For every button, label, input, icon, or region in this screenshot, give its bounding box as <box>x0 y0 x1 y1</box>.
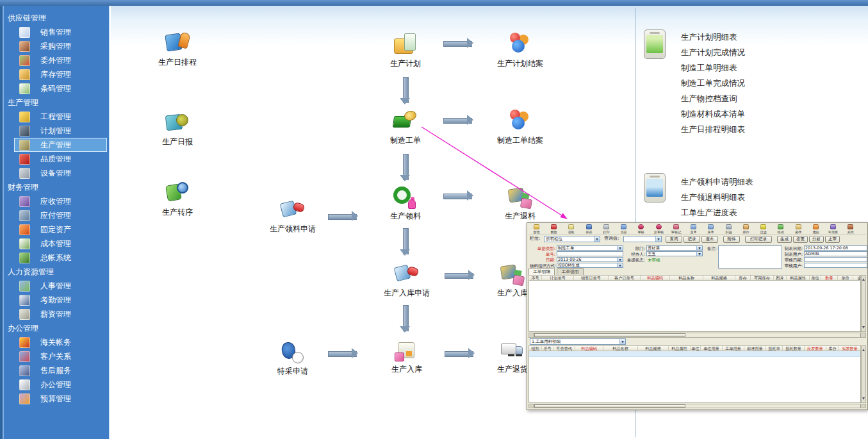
sidebar-item-payable[interactable]: 应付管理 <box>3 208 110 222</box>
flow-node-label: 生产退料 <box>482 211 559 222</box>
sidebar-item-production-selected[interactable]: 生产管理 <box>3 138 110 152</box>
sidebar-item-budget[interactable]: 预算管理 <box>3 392 110 406</box>
flow-node-material-return[interactable]: 生产退料 <box>482 185 559 222</box>
toolbar-compose-button[interactable]: 组成 <box>773 224 789 234</box>
grid2-selected-row[interactable] <box>529 351 860 357</box>
grid2-body[interactable] <box>528 351 861 403</box>
sidebar-item-planning[interactable]: 计划管理 <box>3 124 110 138</box>
flow-node-material-issue[interactable]: 生产领料 <box>367 185 444 222</box>
toolbar-audit-log-button[interactable]: 审核记 <box>668 224 684 234</box>
flow-node-plan-close[interactable]: 生产计划结案 <box>482 32 559 69</box>
toolbar-unaudit-button[interactable]: 反审核 <box>651 224 667 234</box>
toolbar-save-button[interactable]: 保存 <box>581 224 597 234</box>
sidebar-section-finance: 财务管理 <box>3 180 110 194</box>
sidebar-item-quality[interactable]: 品质管理 <box>3 152 110 166</box>
toolbar-quick-query-button[interactable]: 常用查 <box>825 224 841 234</box>
flow-node-label: 特采申请 <box>254 366 331 377</box>
stop-audit-button[interactable]: 止审 <box>825 236 840 243</box>
sidebar-item-customs[interactable]: 海关帐务 <box>3 335 110 349</box>
handler-select[interactable]: 王五 <box>646 251 703 256</box>
grid1-vertical-scrollbar[interactable] <box>861 275 866 332</box>
toolbar-last-button[interactable]: 末单 <box>703 224 719 234</box>
grid1-horizontal-scrollbar[interactable] <box>528 333 866 338</box>
flow-node-production-plan[interactable]: 生产计划 <box>367 32 444 69</box>
sidebar-item-label: 成本管理 <box>40 238 71 249</box>
sidebar-item-fixed-assets[interactable]: 固定资产 <box>3 222 110 236</box>
field-select[interactable]: 所有栏位 <box>544 236 600 242</box>
report-link-day-schedule-detail[interactable]: 生产日排程明细表 <box>681 122 745 137</box>
toolbar-print-button[interactable]: 打印 <box>598 224 614 234</box>
toolbar-new-button[interactable]: 新增 <box>528 224 545 234</box>
toolbar-audit-button[interactable]: 审核 <box>633 224 649 234</box>
sidebar-item-inventory[interactable]: 库存管理 <box>3 67 110 81</box>
report-link-issue-return-detail[interactable]: 生产领退料明细表 <box>681 190 753 205</box>
generate-button[interactable]: 生成 <box>777 236 792 243</box>
date-select[interactable]: 2013-09-26 <box>557 257 623 262</box>
flow-node-material-request[interactable]: 生产领料申请 <box>254 197 331 235</box>
change-button[interactable]: 变更 <box>793 236 808 243</box>
toolbar-save-as-button[interactable]: 另存 <box>616 224 632 234</box>
sidebar-item-cost[interactable]: 成本管理 <box>3 236 110 251</box>
analyze-button[interactable]: 分析 <box>809 236 824 243</box>
sidebar-item-receivable[interactable]: 应收管理 <box>3 194 110 208</box>
report-link-plan-detail[interactable]: 生产计划明细表 <box>681 29 745 45</box>
flow-node-work-order[interactable]: 制造工单 <box>367 109 444 146</box>
flow-node-production-day-schedule[interactable]: 生产日排程 <box>139 31 216 68</box>
grid2-vertical-scrollbar[interactable] <box>861 345 866 403</box>
toolbar-first-button[interactable]: 首单 <box>685 224 701 234</box>
report-link-material-control[interactable]: 生产物控档查询 <box>681 91 745 106</box>
toolbar-close-button[interactable]: 关闭 <box>842 224 858 234</box>
print-log-button[interactable]: 打印记录 <box>745 236 772 243</box>
toolbar-delete-button[interactable]: 删除 <box>546 224 562 234</box>
toolbar-filter-button[interactable]: 过滤 <box>755 224 771 234</box>
sidebar-item-barcode[interactable]: 条码管理 <box>3 81 110 95</box>
report-link-work-order-completion[interactable]: 制造工单完成情况 <box>681 76 745 91</box>
doc-type-select[interactable]: 制造工单 <box>557 245 623 251</box>
flow-node-warehouse-in[interactable]: 生产入库 <box>368 338 445 375</box>
dept-select[interactable]: 资材课 <box>646 245 703 251</box>
sidebar-item-sales[interactable]: 销售管理 <box>3 25 110 39</box>
grid1-body[interactable] <box>528 281 861 332</box>
sidebar-item-hr[interactable]: 人事管理 <box>3 279 110 293</box>
toolbar-read-button[interactable]: 读取 <box>563 224 579 234</box>
flow-node-warehouse-in-request[interactable]: 生产入库申请 <box>368 261 445 299</box>
sidebar-item-engineering[interactable]: 工程管理 <box>3 110 110 124</box>
sidebar-item-after-sales[interactable]: 售后服务 <box>3 363 110 377</box>
sidebar-item-crm[interactable]: 客户关系 <box>3 349 110 363</box>
scrollbar-thumb[interactable] <box>534 333 685 337</box>
flow-node-work-order-close[interactable]: 制造工单结案 <box>482 109 559 146</box>
toolbar-operate-button[interactable]: 操作 <box>738 224 754 234</box>
query-select[interactable] <box>623 236 662 242</box>
sidebar-item-ledger[interactable]: 总帐系统 <box>3 251 110 265</box>
remark-textarea[interactable] <box>718 245 782 269</box>
exit-button[interactable]: 退出 <box>701 236 718 243</box>
material-mode-select[interactable]: 按BOM生成 <box>557 263 623 268</box>
report-link-material-cost[interactable]: 制造材料成本清单 <box>681 106 745 122</box>
flow-node-label: 生产入库申请 <box>368 288 445 299</box>
sidebar-item-equipment[interactable]: 设备管理 <box>3 166 110 180</box>
report-link-plan-completion[interactable]: 生产计划完成情况 <box>681 45 745 60</box>
report-link-work-order-progress[interactable]: 工单生产进度表 <box>681 205 753 220</box>
detail-section-select[interactable]: 1.工单用料明细 <box>530 338 626 345</box>
sidebar-item-office-mgmt[interactable]: 办公管理 <box>3 377 110 392</box>
scrollbar-thumb[interactable] <box>534 404 685 408</box>
sidebar-item-purchase[interactable]: 采购管理 <box>3 39 110 53</box>
attachment-button[interactable]: 附件 <box>723 236 740 243</box>
query-button[interactable]: 查询 <box>666 236 682 243</box>
grid2-horizontal-scrollbar[interactable] <box>528 404 866 408</box>
flow-node-production-daily-report[interactable]: 生产日报 <box>139 110 216 147</box>
toolbar-mail-button[interactable]: 邮件 <box>790 224 807 234</box>
records-button[interactable]: 记录 <box>684 236 700 243</box>
column-header: 库存 <box>735 276 751 281</box>
sidebar-item-attendance[interactable]: 考勤管理 <box>3 293 110 307</box>
report-link-work-order-detail[interactable]: 制造工单明细表 <box>681 60 745 76</box>
sidebar-item-payroll[interactable]: 薪资管理 <box>3 307 110 321</box>
flow-node-production-transfer[interactable]: 生产转序 <box>139 181 216 218</box>
toolbar-button-label: 审核记 <box>669 230 683 234</box>
toolbar-notify-button[interactable]: 通知 <box>808 224 824 234</box>
flow-node-special-purchase-request[interactable]: 特采申请 <box>254 340 331 377</box>
doc-no-input[interactable] <box>557 251 623 256</box>
sidebar-item-outsourcing[interactable]: 委外管理 <box>3 53 110 67</box>
report-link-material-request-detail[interactable]: 生产领料申请明细表 <box>681 174 753 190</box>
toolbar-scan-button[interactable]: 扫描 <box>721 224 737 234</box>
